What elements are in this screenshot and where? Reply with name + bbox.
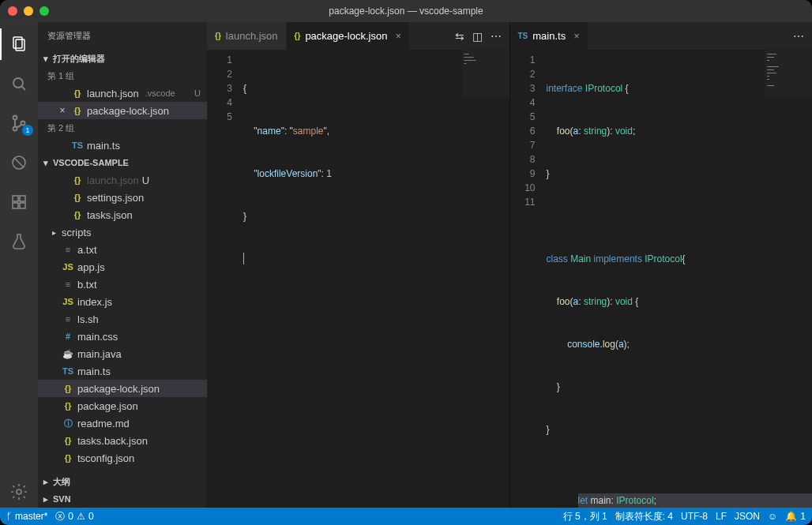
folder-item[interactable]: ▸scripts [38, 223, 207, 241]
svg-rect-0 [13, 37, 22, 48]
file-item[interactable]: ≡b.txt [38, 276, 207, 293]
branch-status[interactable]: ᚶmaster* [6, 511, 47, 522]
more-actions-icon[interactable]: ⋯ [491, 30, 502, 43]
file-item[interactable]: {}launch.jsonU [38, 171, 207, 189]
file-icon: {} [62, 453, 74, 463]
outline-header[interactable]: ▸大纲 [38, 473, 207, 490]
language-status[interactable]: JSON [735, 511, 760, 522]
editor-tab[interactable]: {} package-lock.json × [287, 22, 410, 50]
editor-tab[interactable]: TS main.ts × [510, 22, 588, 50]
file-name: main.java [77, 348, 122, 360]
file-name: launch.json [87, 88, 139, 99]
open-editor-item[interactable]: {} launch.json .vscode U [38, 84, 207, 102]
file-name: tsconfig.json [77, 452, 134, 464]
ts-file-icon: TS [518, 32, 528, 40]
tab-label: package-lock.json [305, 30, 387, 42]
file-item[interactable]: {}tsconfig.json [38, 449, 207, 467]
workbench-body: 1 资源管理器 ▾打开的编辑器 第 1 组 {} launch. [0, 22, 812, 508]
open-editors-header[interactable]: ▾打开的编辑器 [38, 50, 207, 67]
code-editor[interactable]: 12345 { "name": "sample", "lockfileVersi… [207, 50, 509, 508]
close-tab-icon[interactable]: × [395, 30, 401, 42]
file-item[interactable]: TSmain.ts [38, 362, 207, 380]
maximize-window-icon[interactable] [39, 6, 49, 16]
code-editor[interactable]: 1234567891011 interface IProtocol { foo(… [510, 50, 813, 508]
folder-name: scripts [62, 227, 92, 238]
file-item[interactable]: ≡ls.sh [38, 310, 207, 328]
feedback-icon[interactable]: ☺ [768, 511, 777, 522]
close-tab-icon[interactable]: × [573, 30, 580, 42]
file-item[interactable]: ☕main.java [38, 345, 207, 362]
file-name: index.js [77, 296, 112, 308]
file-name: main.css [77, 331, 118, 343]
line-gutter: 1234567891011 [510, 50, 547, 508]
file-item[interactable]: {}package.json [38, 397, 207, 414]
file-item[interactable]: ⓘreadme.md [38, 414, 207, 432]
file-item[interactable]: JSindex.js [38, 293, 207, 310]
code-content[interactable]: interface IProtocol { foo(a: string): vo… [547, 50, 813, 508]
file-item[interactable]: #main.css [38, 328, 207, 345]
scm-tab-icon[interactable]: 1 [0, 107, 38, 139]
explorer-sidebar: 资源管理器 ▾打开的编辑器 第 1 组 {} launch.json .vsco… [38, 22, 207, 508]
file-item[interactable]: {}package-lock.json [38, 380, 207, 397]
code-content[interactable]: { "name": "sample", "lockfileVersion": 1… [243, 50, 509, 508]
file-icon: {} [62, 436, 74, 445]
line-gutter: 12345 [207, 50, 243, 508]
editor-actions: ⋯ [785, 22, 812, 50]
encoding-status[interactable]: UTF-8 [681, 511, 708, 522]
tab-label: main.ts [532, 30, 566, 42]
file-name: ls.sh [77, 313, 99, 325]
eol-status[interactable]: LF [716, 511, 727, 522]
file-name: tasks.json [87, 209, 133, 221]
file-item[interactable]: {}tasks.back.json [38, 432, 207, 449]
explorer-tab-icon[interactable] [0, 28, 38, 60]
problems-status[interactable]: ⓧ0⚠0 [55, 510, 93, 523]
svg-rect-9 [13, 196, 18, 201]
svg-point-2 [13, 78, 23, 88]
minimap[interactable]: ▬▬▬▬▬▬▬▬▬▬▬▬ [462, 50, 509, 97]
file-item[interactable]: JSapp.js [38, 258, 207, 276]
minimap[interactable]: ▬▬▬▬▬▬▬▬▬▬▬▬▬▬▬▬▬▬▬▬▬▬▬▬▬ [765, 50, 812, 97]
svg-rect-1 [16, 39, 24, 51]
debug-tab-icon[interactable] [0, 147, 38, 178]
more-actions-icon[interactable]: ⋯ [793, 30, 804, 43]
file-name: tasks.back.json [77, 435, 148, 447]
extensions-tab-icon[interactable] [0, 186, 38, 218]
close-icon[interactable]: × [57, 105, 68, 116]
file-name: package-lock.json [87, 105, 169, 117]
scm-badge: 1 [22, 125, 33, 136]
file-item[interactable]: ≡a.txt [38, 241, 207, 258]
editor-area: {} launch.json {} package-lock.json × ⇆ … [207, 22, 812, 508]
svg-rect-10 [13, 203, 18, 208]
settings-gear-icon[interactable] [0, 476, 38, 508]
indent-status[interactable]: 制表符长度: 4 [615, 510, 673, 523]
file-icon: {} [71, 210, 84, 219]
project-header[interactable]: ▾VSCODE-SAMPLE [38, 154, 207, 171]
cursor-position[interactable]: 行 5，列 1 [563, 510, 607, 523]
file-item[interactable]: {}tasks.json [38, 206, 207, 223]
vscode-window: package-lock.json — vscode-sample 1 [0, 0, 812, 525]
file-name: main.ts [77, 366, 111, 377]
svg-rect-11 [20, 203, 25, 208]
minimize-window-icon[interactable] [24, 6, 33, 16]
group-1-header: 第 1 组 [38, 67, 207, 84]
file-item[interactable]: {}settings.json [38, 189, 207, 206]
group-2-header: 第 2 组 [38, 119, 207, 137]
notifications-icon[interactable]: 🔔1 [785, 511, 806, 522]
editor-tab[interactable]: {} launch.json [207, 22, 287, 50]
file-icon: ☕ [62, 349, 74, 359]
error-icon: ⓧ [55, 510, 65, 523]
split-editor-icon[interactable]: ◫ [472, 30, 483, 43]
modified-badge: U [194, 88, 201, 98]
file-icon: {} [62, 384, 74, 393]
json-file-icon: {} [295, 32, 301, 40]
open-editor-item[interactable]: TS main.ts [38, 137, 207, 154]
svn-header[interactable]: ▸SVN [38, 490, 207, 508]
ts-file-icon: TS [71, 141, 84, 150]
editor-group-1: {} launch.json {} package-lock.json × ⇆ … [207, 22, 509, 508]
search-tab-icon[interactable] [0, 68, 38, 99]
compare-icon[interactable]: ⇆ [455, 30, 464, 43]
test-tab-icon[interactable] [0, 226, 38, 257]
branch-icon: ᚶ [6, 511, 12, 522]
open-editor-item[interactable]: × {} package-lock.json [38, 102, 207, 119]
close-window-icon[interactable] [8, 6, 17, 16]
